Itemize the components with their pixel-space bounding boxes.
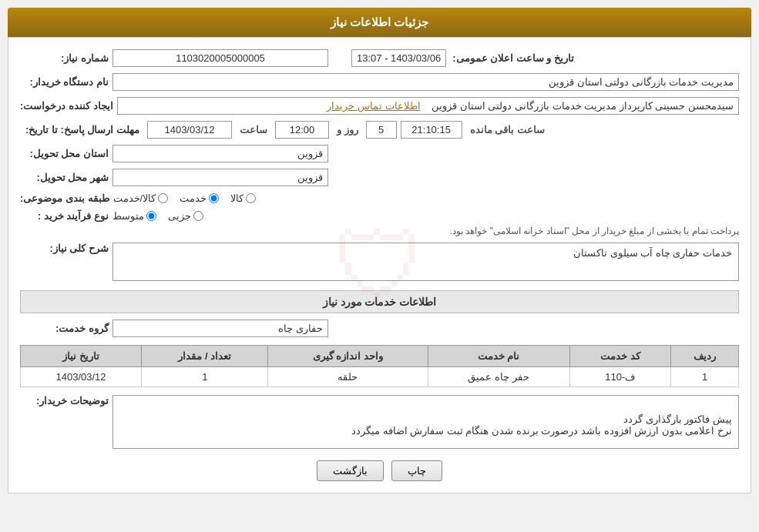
announcement-date-value: 1403/03/06 - 13:07 xyxy=(351,49,446,67)
reply-days-label: روز و xyxy=(333,124,362,136)
service-group-label: گروه خدمت: xyxy=(20,323,113,334)
reply-time-value: 12:00 xyxy=(275,121,329,139)
category-label: طبقه بندی موضوعی: xyxy=(20,192,113,204)
reply-deadline-label: مهلت ارسال پاسخ: تا تاریخ: xyxy=(20,124,143,136)
page-title: جزئیات اطلاعات نیاز xyxy=(331,15,428,28)
buyer-org-value: مدیریت خدمات بازرگانی دولتی استان قزوین xyxy=(113,73,739,91)
back-button[interactable]: بازگشت xyxy=(317,460,384,481)
buyer-notes-label: توضیحات خریدار: xyxy=(20,395,113,407)
purchase-type-desc: پرداخت تمام یا بخشی از مبلغ خریدار از مح… xyxy=(113,226,739,236)
reply-date-value: 1403/03/12 xyxy=(147,121,232,139)
creator-value: سیدمحسن حسینی کارپرداز مدیریت خدمات بازر… xyxy=(117,97,739,115)
province-delivery-value: قزوین xyxy=(113,145,328,162)
purchase-type-jozi[interactable]: جزیی xyxy=(168,210,203,222)
category-option-kala[interactable]: کالا xyxy=(230,192,256,204)
col-row: ردیف xyxy=(670,346,738,367)
purchase-type-radio-group: متوسط جزیی xyxy=(113,210,739,222)
city-delivery-value: قزوین xyxy=(113,169,328,186)
buyer-org-label: نام دستگاه خریدار: xyxy=(20,76,113,88)
col-code: کد خدمت xyxy=(569,346,670,367)
col-date: تاریخ نیاز xyxy=(21,346,142,367)
service-group-value: حفاری چاه xyxy=(113,320,328,337)
province-delivery-label: استان محل تحویل: xyxy=(20,148,113,159)
services-table: ردیف کد خدمت نام خدمت واحد اندازه گیری ت… xyxy=(20,345,739,387)
category-radio-group: کالا/خدمت خدمت کالا xyxy=(113,192,257,204)
button-row: چاپ بازگشت xyxy=(20,460,739,481)
announcement-date-label: تاریخ و ساعت اعلان عمومی: xyxy=(446,52,580,64)
services-section-title: اطلاعات خدمات مورد نیاز xyxy=(20,290,739,313)
contact-info-link[interactable]: اطلاعات تماس خریدار xyxy=(327,100,420,112)
reply-time-label: ساعت xyxy=(236,124,271,136)
purchase-type-motavaset[interactable]: متوسط xyxy=(113,210,156,222)
print-button[interactable]: چاپ xyxy=(391,460,442,481)
col-name: نام خدمت xyxy=(428,346,569,367)
creator-label: ایجاد کننده درخواست: xyxy=(20,100,117,112)
reply-remaining-label: ساعت باقی مانده xyxy=(466,124,549,136)
city-delivery-label: شهر محل تحویل: xyxy=(20,172,113,183)
reply-remaining-value: 21:10:15 xyxy=(401,121,462,139)
col-quantity: تعداد / مقدار xyxy=(142,346,268,367)
need-description-label: شرح کلی نیاز: xyxy=(20,243,113,254)
category-option-khedmat[interactable]: خدمت xyxy=(180,192,219,204)
purchase-type-label: نوع فرآیند خرید : xyxy=(20,210,113,222)
need-description-value: خدمات حفاری چاه آب سیلوی تاکستان xyxy=(113,243,739,281)
table-row: 1ف-110حفر چاه عمیقحلقه11403/03/12 xyxy=(21,367,739,387)
buyer-notes-value: پیش فاکتور بارگذاری گردد نرخ اعلامی بدون… xyxy=(113,395,739,449)
need-number-value: 1103020005000005 xyxy=(113,49,328,67)
category-option-kala-khedmat[interactable]: کالا/خدمت xyxy=(113,192,169,204)
col-unit: واحد اندازه گیری xyxy=(268,346,428,367)
need-number-label: شماره نیاز: xyxy=(20,52,113,64)
reply-days-value: 5 xyxy=(366,121,397,139)
page-header: جزئیات اطلاعات نیاز xyxy=(8,8,751,37)
